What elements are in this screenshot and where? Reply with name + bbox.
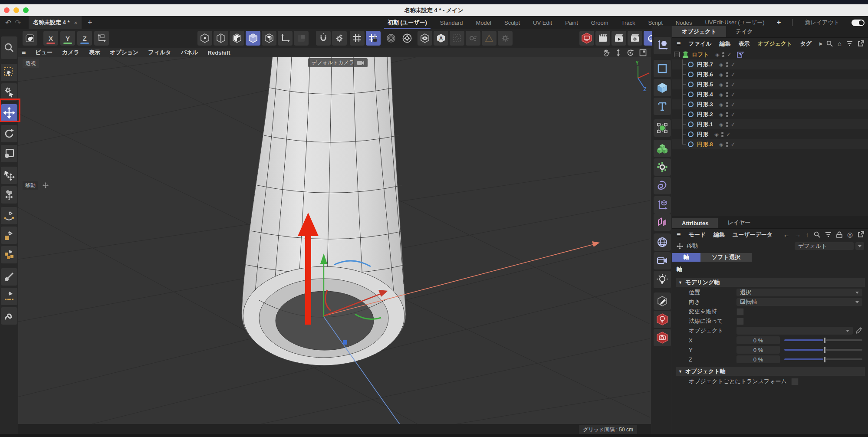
grid-lock-button[interactable] — [366, 31, 381, 46]
text-object-button[interactable] — [654, 98, 671, 115]
viewport-zoom-button[interactable] — [1, 36, 17, 59]
layout-toggle[interactable] — [852, 20, 865, 26]
undo-icon[interactable]: ↶ — [3, 18, 13, 27]
target-icon[interactable]: ◎ — [847, 231, 853, 239]
object-axis-header[interactable]: ▼オブジェクト軸 — [676, 367, 865, 376]
layout-tab-model[interactable]: Model — [475, 17, 492, 29]
workplane-object-button[interactable] — [654, 196, 671, 214]
edges-mode-button[interactable] — [214, 31, 228, 46]
visibility-dots-icon[interactable] — [726, 91, 728, 98]
layers-icon[interactable]: ◈ — [719, 121, 723, 128]
redshift-camera-button[interactable] — [654, 329, 671, 346]
object-row[interactable]: 円形.2◈✓ — [672, 109, 868, 119]
render-settings-button[interactable] — [628, 31, 642, 46]
brush-tool-button[interactable] — [1, 268, 17, 286]
modifier-settings-button[interactable] — [400, 31, 414, 46]
per-object-transform-checkbox[interactable] — [791, 378, 799, 385]
sketch-tool-button[interactable] — [1, 288, 17, 305]
menu-display[interactable]: 表示 — [89, 49, 100, 56]
multi-move-tool-button[interactable] — [1, 186, 17, 204]
layers-icon[interactable]: ◈ — [719, 61, 723, 68]
object-row[interactable]: 円形.1◈✓ — [672, 119, 868, 129]
sky-object-button[interactable] — [654, 233, 671, 251]
select-tool-button[interactable] — [1, 64, 17, 81]
layout-tab-track[interactable]: Track — [621, 17, 636, 29]
spline-smooth-button[interactable] — [1, 307, 17, 325]
enabled-check-icon[interactable]: ✓ — [731, 111, 736, 118]
spline-rectangle-button[interactable] — [654, 60, 671, 77]
view-mode-label[interactable]: 透視 — [23, 59, 39, 68]
menu-redshift[interactable]: Redshift — [208, 49, 230, 56]
workplane-button[interactable] — [278, 31, 293, 46]
enabled-check-icon[interactable]: ✓ — [731, 141, 736, 148]
object-row-selected[interactable]: 円形.8◈✓ — [672, 139, 868, 149]
visibility-dots-icon[interactable] — [726, 141, 728, 148]
object-row[interactable]: 円形.7◈✓ — [672, 59, 868, 69]
z-slider[interactable] — [784, 356, 862, 362]
filter-icon[interactable] — [846, 41, 853, 46]
om-menu-view[interactable]: 表示 — [739, 40, 750, 48]
rotate-tool-button[interactable] — [1, 125, 17, 142]
y-axis-lock-button[interactable]: Y — [60, 31, 75, 46]
layers-icon[interactable]: ◈ — [719, 111, 723, 118]
solo-button[interactable] — [294, 31, 309, 46]
menu-options[interactable]: オプション — [110, 49, 139, 56]
redshift-renderview-button[interactable] — [579, 31, 594, 46]
eyedropper-icon[interactable] — [855, 327, 862, 334]
z-axis-lock-button[interactable]: Z — [77, 31, 92, 46]
history-forward-icon[interactable]: → — [794, 231, 801, 238]
layout-tab-sculpt[interactable]: Sculpt — [503, 17, 521, 29]
tweak-tool-button[interactable] — [1, 83, 17, 101]
lock-icon[interactable] — [836, 231, 842, 238]
maximize-view-icon[interactable] — [639, 49, 647, 56]
texture-mode-button[interactable] — [262, 31, 276, 46]
tool-settings-button[interactable] — [498, 31, 513, 46]
enabled-check-icon[interactable]: ✓ — [731, 121, 736, 128]
object-row[interactable]: 円形.3◈✓ — [672, 99, 868, 109]
tab-axis[interactable]: 軸 — [672, 253, 700, 262]
tab-takes[interactable]: テイク — [726, 26, 763, 37]
keep-changes-checkbox[interactable] — [736, 308, 744, 315]
object-row[interactable]: 円形.6◈✓ — [672, 69, 868, 79]
layout-tab-uvedit[interactable]: UV Edit — [532, 17, 553, 29]
snap-button[interactable] — [316, 31, 331, 46]
close-tab-icon[interactable]: × — [74, 20, 78, 26]
object-row[interactable]: 円形◈✓ — [672, 129, 868, 139]
layers-icon[interactable]: ◈ — [719, 81, 723, 88]
quantize-button[interactable] — [350, 31, 365, 46]
snap-settings-button[interactable] — [332, 31, 347, 46]
dolly-icon[interactable] — [615, 49, 621, 56]
visibility-button[interactable] — [418, 31, 432, 46]
attr-menu-userdata[interactable]: ユーザーデータ — [733, 231, 773, 239]
layout-tab-startup[interactable]: 初期 (ユーザー) — [387, 16, 428, 29]
attr-menu-edit[interactable]: 編集 — [713, 231, 725, 239]
layers-icon[interactable]: ◈ — [715, 51, 720, 58]
om-menu-tags[interactable]: タグ — [800, 40, 812, 48]
add-document-button[interactable]: + — [88, 18, 92, 27]
enabled-check-icon[interactable]: ✓ — [727, 51, 732, 58]
visibility-dots-icon[interactable] — [726, 71, 728, 78]
object-manager-empty-area[interactable] — [672, 149, 868, 217]
menu-filter[interactable]: フィルタ — [148, 49, 171, 56]
enabled-check-icon[interactable]: ✓ — [731, 61, 736, 68]
y-value-field[interactable]: 0 % — [736, 346, 780, 354]
enabled-check-icon[interactable]: ✓ — [731, 101, 736, 108]
camera-object-button[interactable] — [654, 252, 671, 269]
menu-overflow-icon[interactable]: ▶ — [819, 41, 823, 46]
tab-layers[interactable]: レイヤー — [718, 217, 760, 228]
material-edit-button[interactable] — [654, 292, 671, 310]
popout-icon[interactable] — [858, 231, 864, 238]
layout-tab-paint[interactable]: Paint — [564, 17, 579, 29]
visibility-dots-icon[interactable] — [726, 121, 728, 128]
scale-tool-button[interactable] — [1, 145, 17, 162]
history-back-icon[interactable]: ← — [783, 231, 789, 238]
deformer-button[interactable] — [654, 177, 671, 194]
render-button[interactable] — [595, 31, 610, 46]
layout-tab-groom[interactable]: Groom — [590, 17, 609, 29]
layers-icon[interactable]: ◈ — [719, 71, 723, 78]
menu-view[interactable]: ビュー — [35, 49, 53, 56]
object-link-field[interactable] — [736, 327, 853, 335]
position-dropdown[interactable]: 選択 — [736, 289, 862, 296]
filter-settings-button[interactable] — [466, 31, 480, 46]
layers-icon[interactable]: ◈ — [719, 91, 723, 98]
